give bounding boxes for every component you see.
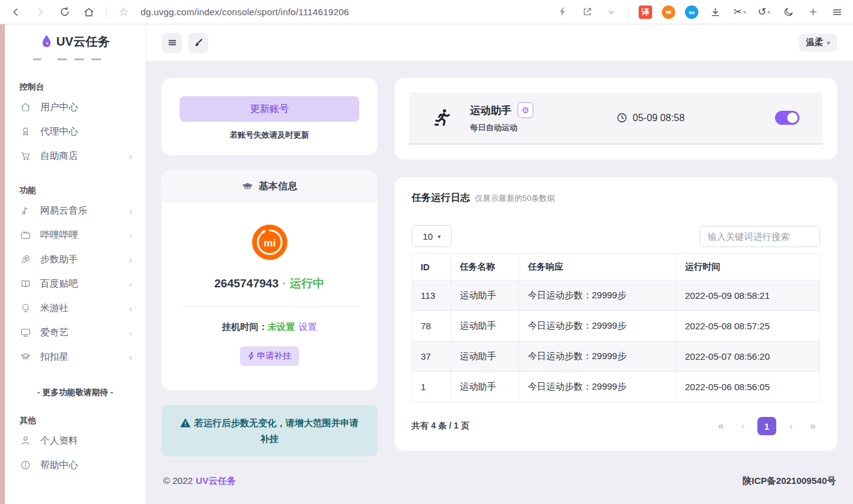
address-bar[interactable]: dg.uvgg.com/index/console/sport/info/111…: [141, 7, 546, 17]
table-header-cell: ID: [412, 254, 451, 281]
sidebar-item-user-center[interactable]: 用户中心: [5, 95, 146, 119]
bookmark-star-icon[interactable]: ☆: [116, 5, 131, 19]
table-header-cell: 任务响应: [519, 254, 676, 281]
sidebar-item-netease-music[interactable]: 网易云音乐 ‹: [5, 198, 146, 223]
xiaomi-logo: mi: [176, 225, 363, 260]
infinity-extension-icon[interactable]: ∞: [685, 5, 698, 19]
task-settings-gear-icon[interactable]: ⚙: [518, 102, 533, 118]
reapply-hang-button[interactable]: 申请补挂: [240, 346, 299, 366]
app-logo-text: UV云任务: [57, 33, 110, 50]
download-icon[interactable]: [708, 5, 723, 19]
new-tab-plus-icon[interactable]: [806, 5, 820, 19]
task-schedule-time: 05-09 08:58: [616, 112, 684, 124]
toolbar-divider: [628, 6, 629, 18]
sidebar-item-steps-helper[interactable]: 步数助手 ‹: [5, 247, 146, 271]
footer-brand-link[interactable]: UV云任务: [196, 475, 236, 486]
hang-time-value: 未设置: [268, 321, 295, 332]
sidebar-item-label: 步数助手: [40, 253, 78, 266]
sidebar-item-clipped[interactable]: [33, 58, 146, 65]
browser-toolbar: ☆ dg.uvgg.com/index/console/sport/info/1…: [0, 0, 853, 24]
toggle-knob: [787, 113, 798, 123]
sidebar-item-iqiyi[interactable]: 爱奇艺 ‹: [5, 320, 146, 345]
page-next-button[interactable]: ›: [784, 417, 798, 435]
browser-menu-icon[interactable]: [830, 5, 844, 19]
page-size-value: 10: [423, 231, 433, 242]
sidebar-item-agent-center[interactable]: 代理中心: [5, 119, 146, 144]
table-row: 113运动助手今日运动步数：29999步2022-05-09 08:58:21: [412, 281, 820, 311]
theme-select-button[interactable]: 温柔 ▾: [799, 33, 837, 52]
app-logo[interactable]: UV云任务: [5, 24, 146, 58]
page-footer: © 2022UV云任务 陕ICP备2021009540号: [161, 457, 837, 504]
nav-section-features: 功能: [19, 185, 146, 196]
sidebar-item-bilibili[interactable]: 哔哩哔哩 ‹: [5, 223, 146, 247]
sidebar-item-kkstar[interactable]: 扣扣星 ‹: [5, 345, 146, 369]
content-area: 温柔 ▾ 更新账号 若账号失效请及时更新 基本信息: [146, 24, 853, 504]
sidebar-item-help-center[interactable]: 帮助中心: [5, 453, 146, 477]
page-prev-button[interactable]: ‹: [735, 417, 750, 435]
sidebar: UV云任务 控制台 用户中心 代理中心 自助商店 ‹ 功能: [5, 24, 146, 504]
cart-icon: [19, 150, 32, 162]
table-header-cell: 运行时间: [676, 254, 820, 281]
table-cell: 2022-05-07 08:56:20: [676, 341, 820, 372]
table-cell: 2022-05-06 08:56:05: [676, 372, 820, 402]
log-subtitle: 仅展示最新的50条数据: [475, 193, 555, 204]
share-icon[interactable]: [580, 5, 594, 19]
forward-icon[interactable]: [33, 5, 47, 19]
page-size-select[interactable]: 10 ▾: [412, 225, 452, 247]
hang-time-set-link[interactable]: 设置: [299, 321, 317, 332]
home-icon[interactable]: [82, 5, 96, 19]
translate-extension-icon[interactable]: 译: [639, 5, 652, 19]
update-account-button[interactable]: 更新账号: [180, 96, 359, 122]
rocket-icon: [19, 253, 32, 265]
copyright: © 2022UV云任务: [163, 475, 236, 487]
sidebar-item-profile[interactable]: 个人资料: [5, 429, 146, 453]
task-panel: 运动助手 ⚙ 每日自动运动 05-09 08:58: [409, 93, 823, 145]
page-current-button[interactable]: 1: [757, 417, 776, 435]
search-input[interactable]: [700, 226, 820, 247]
task-info: 运动助手 ⚙ 每日自动运动: [470, 102, 616, 133]
page-last-button[interactable]: »: [806, 417, 820, 435]
sidebar-item-self-shop[interactable]: 自助商店 ‹: [5, 144, 146, 168]
sidebar-item-baidu-tieba[interactable]: 百度贴吧 ‹: [5, 271, 146, 296]
svg-text:mi: mi: [264, 237, 276, 249]
chevron-left-icon: ‹: [129, 254, 132, 265]
globe-icon: [19, 302, 32, 314]
collapse-menu-button[interactable]: [162, 33, 182, 53]
chevron-left-icon: ‹: [129, 352, 132, 362]
main-panel: 更新账号 若账号失效请及时更新 基本信息: [146, 61, 853, 504]
chevron-left-icon: ‹: [129, 279, 132, 289]
game-extension-icon[interactable]: [662, 5, 675, 19]
page-first-button[interactable]: «: [714, 417, 728, 435]
task-title: 运动助手: [470, 103, 511, 117]
screenshot-scissors-icon[interactable]: ✂▾: [732, 5, 747, 19]
chevron-down-icon[interactable]: [604, 5, 619, 19]
table-header-cell: 任务名称: [451, 254, 519, 281]
log-table: ID任务名称任务响应运行时间 113运动助手今日运动步数：29999步2022-…: [412, 253, 820, 402]
clock-icon: [616, 112, 628, 124]
flash-icon[interactable]: [555, 5, 570, 19]
steps-warning-alert: 若运行后步数无变化，请增大范围并申请补挂: [161, 405, 377, 457]
table-cell: 今日运动步数：29999步: [519, 341, 676, 372]
hang-time-line: 挂机时间：未设置设置: [176, 321, 363, 333]
chevron-left-icon: ‹: [129, 327, 132, 338]
theme-name: 温柔: [806, 37, 823, 48]
undo-history-icon[interactable]: ↺▾: [757, 5, 771, 19]
sidebar-item-label: 米游社: [40, 302, 69, 315]
runner-icon: [432, 108, 453, 128]
theme-brush-button[interactable]: [188, 33, 208, 53]
sidebar-item-miyoushe[interactable]: 米游社 ‹: [5, 296, 146, 320]
refresh-icon[interactable]: [57, 5, 72, 19]
info-icon: [19, 459, 32, 471]
table-header-row: ID任务名称任务响应运行时间: [412, 254, 820, 281]
nav-section-console: 控制台: [19, 82, 146, 93]
sidebar-nav: 控制台 用户中心 代理中心 自助商店 ‹ 功能 网易云音乐 ‹: [5, 65, 146, 504]
table-cell: 今日运动步数：29999步: [519, 281, 676, 311]
back-icon[interactable]: [9, 5, 23, 19]
task-enabled-toggle[interactable]: [775, 111, 799, 125]
nav-section-other: 其他: [19, 415, 146, 426]
home-icon: [19, 101, 32, 113]
table-cell: 运动助手: [451, 341, 519, 372]
table-cell: 今日运动步数：29999步: [519, 372, 676, 402]
dark-mode-moon-icon[interactable]: [781, 5, 796, 19]
sidebar-item-label: 个人资料: [40, 435, 78, 447]
